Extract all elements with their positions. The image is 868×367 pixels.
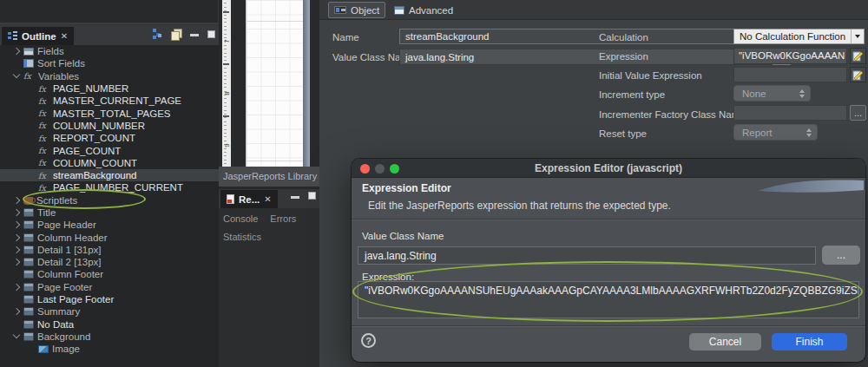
outline-icon — [8, 31, 17, 41]
left-upper-panel — [0, 0, 218, 24]
close-icon[interactable]: ✕ — [264, 195, 271, 204]
report-link-console[interactable]: Console — [223, 213, 258, 224]
outline-item-detail-2-13px-[interactable]: Detail 2 [13px] — [0, 256, 219, 268]
increment-type-value: None — [742, 88, 766, 99]
outline-item-no-data[interactable]: No Data — [0, 318, 219, 331]
chevron-right-icon[interactable] — [12, 308, 23, 315]
report-tabbar: Re... ✕ — [219, 189, 319, 208]
outline-item-image[interactable]: Image — [0, 343, 219, 355]
outline-item-detail-1-31px-[interactable]: Detail 1 [31px] — [0, 244, 219, 256]
outline-item-streambackground[interactable]: streamBackground — [0, 169, 219, 181]
dialog-value-class-input[interactable]: java.lang.String — [358, 246, 816, 265]
incrementer-factory-browse-button[interactable]: ... — [850, 105, 866, 121]
value-class-value: java.lang.String — [405, 52, 474, 62]
outline-item-last-page-footer[interactable]: Last Page Footer — [0, 293, 219, 305]
report-link-statistics[interactable]: Statistics — [223, 232, 261, 242]
chevron-down-icon[interactable] — [851, 29, 864, 43]
incrementer-factory-label: Incrementer Factory Class Name — [599, 109, 746, 120]
outline-item-master-current-page[interactable]: MASTER_CURRENT_PAGE — [0, 95, 219, 107]
report-design-canvas[interactable] — [246, 0, 303, 167]
expander-spacer — [27, 172, 38, 179]
dialog-titlebar[interactable]: Expression Editor (javascript) — [352, 159, 865, 178]
dialog-value-class-label: Value Class Name — [362, 231, 444, 241]
jaspersoft-studio-window: Outline ✕ FieldsSort FieldsVariablesPAGE… — [0, 0, 868, 367]
chevron-right-icon[interactable] — [12, 234, 23, 241]
chevron-right-icon[interactable] — [12, 259, 23, 265]
cancel-button[interactable]: Cancel — [689, 333, 761, 351]
fx-icon — [38, 158, 49, 167]
expander-spacer — [27, 110, 38, 117]
outline-view-actions — [153, 29, 215, 39]
outline-item-page-footer[interactable]: Page Footer — [0, 281, 219, 293]
band-icon — [23, 233, 34, 242]
maximize-icon[interactable] — [207, 30, 215, 38]
band-icon — [23, 295, 34, 304]
chevron-right-icon[interactable] — [12, 221, 23, 228]
outline-item-fields[interactable]: Fields — [0, 45, 219, 57]
fx-icon — [23, 71, 35, 81]
layers-icon[interactable] — [171, 29, 181, 39]
increment-type-popup[interactable]: None — [733, 85, 811, 102]
outline-item-column-footer[interactable]: Column Footer — [0, 268, 219, 280]
dialog-expression-value: "iVBORw0KGgoAAAANSUhEUgAAAakAAAGpCAYAAAA… — [365, 285, 859, 297]
report-link-errors[interactable]: Errors — [270, 213, 296, 224]
initial-value-edit-button[interactable] — [850, 67, 866, 82]
link-with-editor-icon[interactable] — [153, 29, 162, 39]
question-mark-icon: ? — [365, 336, 372, 346]
chevron-right-icon[interactable] — [12, 209, 23, 216]
expression-field[interactable]: "iVBORw0KGgoAAAAN SUhEUgAAAakAAAGp — [733, 48, 847, 64]
dialog-subtitle: Edit the JasperReports expression that r… — [368, 200, 671, 212]
chevron-right-icon[interactable] — [12, 197, 23, 204]
outline-item-label: Last Page Footer — [37, 294, 114, 305]
outline-item-column-number[interactable]: COLUMN_NUMBER — [0, 120, 219, 132]
tab-object[interactable]: Object — [328, 2, 385, 18]
chevron-down-icon[interactable] — [12, 333, 23, 340]
band-icon — [23, 246, 34, 254]
tab-advanced[interactable]: Advanced — [389, 2, 458, 18]
incrementer-factory-field[interactable] — [733, 105, 847, 121]
expander-spacer — [27, 160, 38, 167]
ruler-label: 8 — [223, 89, 231, 98]
finish-button[interactable]: Finish — [772, 333, 847, 351]
chevron-down-icon[interactable] — [12, 73, 23, 80]
calculation-combo[interactable]: No Calculation Function — [733, 29, 865, 44]
chevron-right-icon[interactable] — [12, 48, 23, 55]
outline-item-variables[interactable]: Variables — [0, 70, 219, 82]
outline-item-page-count[interactable]: PAGE_COUNT — [0, 144, 219, 156]
maximize-icon[interactable] — [308, 192, 316, 200]
outline-item-page-number-current[interactable]: PAGE_NUMBER_CURRENT — [0, 181, 219, 193]
outline-item-scriptlets[interactable]: Scriptlets — [0, 194, 219, 206]
initial-value-field[interactable] — [733, 67, 847, 82]
outline-item-column-count[interactable]: COLUMN_COUNT — [0, 157, 219, 169]
help-button[interactable]: ? — [361, 333, 376, 348]
outline-item-sort-fields[interactable]: Sort Fields — [0, 57, 219, 69]
outline-item-page-header[interactable]: Page Header — [0, 219, 219, 231]
outline-item-summary[interactable]: Summary — [0, 305, 219, 318]
banner-swoosh-decoration — [758, 179, 864, 193]
outline-item-master-total-pages[interactable]: MASTER_TOTAL_PAGES — [0, 107, 219, 119]
chevron-right-icon[interactable] — [12, 246, 23, 253]
close-icon[interactable]: ✕ — [61, 32, 68, 41]
outline-item-column-header[interactable]: Column Header — [0, 231, 219, 243]
outline-item-report-count[interactable]: REPORT_COUNT — [0, 132, 219, 144]
expression-edit-button[interactable] — [850, 48, 866, 64]
outline-item-title[interactable]: Title — [0, 206, 219, 219]
chevron-right-icon[interactable] — [12, 284, 23, 291]
outline-item-page-number[interactable]: PAGE_NUMBER — [0, 82, 219, 95]
dialog-expression-textarea[interactable]: "iVBORw0KGgoAAAANSUhEUgAAAakAAAGpCAYAAAA… — [358, 281, 859, 318]
value-class-combo[interactable]: java.lang.String — [399, 49, 768, 65]
dialog-browse-button[interactable]: ... — [822, 246, 860, 265]
tab-outline[interactable]: Outline ✕ — [2, 27, 74, 45]
minimize-icon[interactable] — [291, 196, 299, 199]
minimize-icon[interactable] — [190, 34, 199, 36]
editor-column: 789 JasperReports Library Re... ✕ Consol… — [219, 0, 319, 367]
fx-icon — [38, 84, 49, 94]
sortfields-icon — [23, 59, 34, 68]
dialog-value-class-value: java.lang.String — [365, 250, 437, 262]
outline-item-background[interactable]: Background — [0, 331, 219, 343]
tab-report[interactable]: Re... ✕ — [220, 190, 278, 208]
reset-type-popup[interactable]: Report — [733, 124, 818, 141]
initial-value-label: Initial Value Expression — [599, 70, 702, 81]
outline-item-label: PAGE_NUMBER_CURRENT — [53, 182, 183, 193]
separator — [352, 219, 865, 220]
